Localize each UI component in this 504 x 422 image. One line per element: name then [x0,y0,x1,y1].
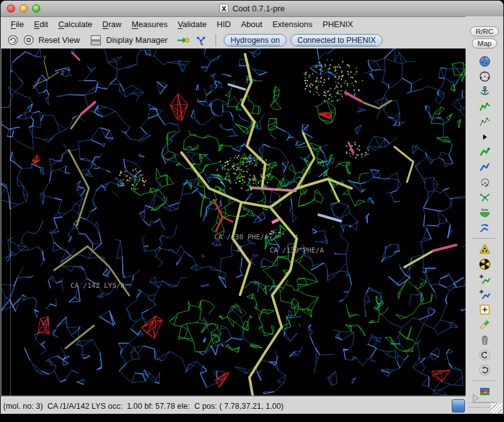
title-wrap: X Coot 0.7.1-pre [1,1,503,16]
toolbar-separator [472,380,496,381]
center-view-icon[interactable] [23,34,35,46]
rotate-translate-icon[interactable] [478,161,491,174]
display-manager-icon[interactable] [89,33,103,47]
fixed-atoms-anchor-icon[interactable] [478,85,491,98]
status-text: (mol. no: 3) CA /1/A/142 LYS occ: 1.00 b… [1,402,452,411]
title-bar[interactable]: X Coot 0.7.1-pre [1,1,503,17]
simple-mutate-icon[interactable] [478,258,491,271]
go-to-atom-icon[interactable] [176,33,190,47]
redo-icon[interactable] [478,363,491,377]
menu-phenix[interactable]: PHENIX [318,18,358,30]
edit-chi-angles-icon[interactable] [478,191,491,204]
menu-bar: FileEditCalculateDrawMeasuresValidateHID… [1,17,503,31]
resize-grip[interactable] [491,403,502,413]
side-chain-flip-icon[interactable]: Side [478,206,491,219]
screen: { "window": { "title": "Coot 0.7.1-pre",… [0,0,504,422]
mutate-autofit-icon[interactable] [478,242,491,256]
menu-file[interactable]: File [6,18,29,30]
go-to-ligand-icon[interactable] [194,33,208,47]
rrc-button[interactable]: R/RC [470,26,499,37]
menu-measures[interactable]: Measures [127,18,173,30]
map-button[interactable]: Map [472,38,497,48]
canvas-frame-line [10,48,11,397]
panel-bottom [466,392,503,414]
right-panel: R/RC Map Side [466,16,503,414]
model-refine-toolbar: Side [466,54,503,405]
menu-draw[interactable]: Draw [98,18,127,30]
x11-app-icon: X [219,4,229,13]
clear-pending-picks-icon[interactable] [478,318,491,331]
tandem-refine-icon[interactable] [478,70,491,83]
window-title: Coot 0.7.1-pre [232,4,285,13]
main-toolbar: Reset View Display Manager Hydrogens on … [1,31,466,49]
sphere-refine-icon[interactable] [478,55,491,68]
toolbar-separator [215,34,216,47]
place-atom-pointer-icon[interactable] [478,303,491,316]
delete-item-icon[interactable] [478,333,491,346]
rigid-body-fit-icon[interactable] [478,145,491,159]
menu-extensions[interactable]: Extensions [267,18,318,30]
reset-view-button[interactable]: Reset View [38,35,80,45]
svg-text:Side: Side [481,208,488,212]
gl-canvas[interactable] [1,48,466,397]
status-bar: (mol. no: 3) CA /1/A/142 LYS occ: 1.00 b… [1,397,466,414]
flip-peptide-icon[interactable] [478,221,491,234]
more-tools-arrow-icon[interactable] [478,130,491,144]
undo-icon[interactable] [478,348,491,362]
status-blue-button[interactable] [452,399,465,413]
back-view-icon[interactable] [7,34,19,46]
toolbar-handle[interactable] [468,402,493,408]
toolbar-separator [472,238,496,239]
menu-validate[interactable]: Validate [173,18,212,30]
hydrogens-toggle-button[interactable]: Hydrogens on [224,34,287,47]
add-alt-conf-icon[interactable] [478,288,491,301]
menu-calculate[interactable]: Calculate [53,18,97,30]
app-window: X Coot 0.7.1-pre FileEditCalculateDrawMe… [1,1,503,414]
menu-about[interactable]: About [236,18,267,30]
auto-fit-rotamer-icon[interactable] [478,176,491,189]
menu-hid[interactable]: HID [212,18,236,30]
display-manager-button[interactable]: Display Manager [106,35,168,45]
menu-edit[interactable]: Edit [29,18,53,30]
add-terminal-residue-icon[interactable] [478,273,491,286]
real-space-refine-icon[interactable] [478,100,491,113]
phenix-connection-button[interactable]: Connected to PHENIX [290,34,382,47]
regularize-zone-icon[interactable] [478,115,491,128]
